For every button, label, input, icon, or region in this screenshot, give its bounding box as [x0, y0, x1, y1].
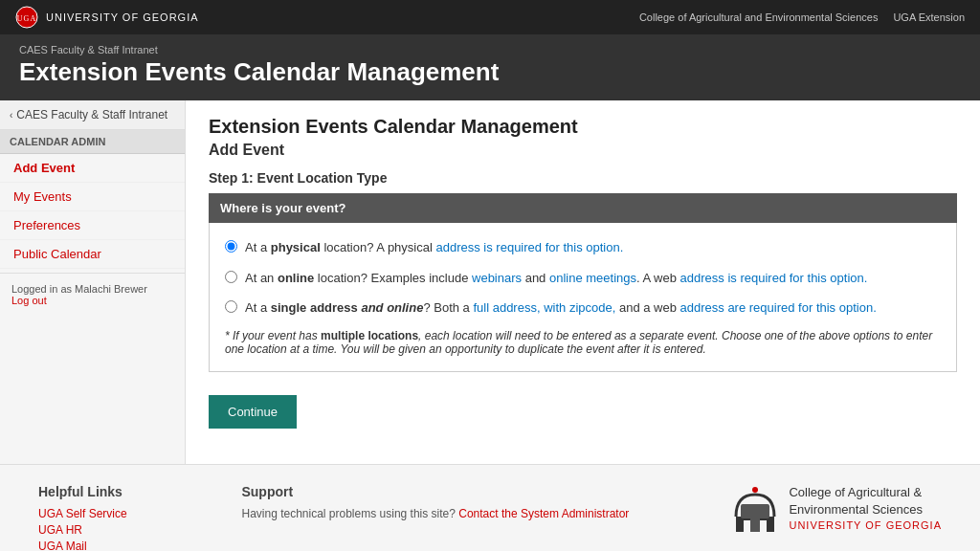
main-content: Extension Events Calendar Management Add… [186, 100, 980, 464]
chevron-left-icon: ‹ [10, 110, 12, 121]
main-layout: ‹ CAES Faculty & Staff Intranet CALENDAR… [0, 100, 980, 464]
add-event-subtitle: Add Event [209, 142, 957, 159]
option-single-row: At a single address and online? Both a f… [225, 298, 941, 318]
continue-button[interactable]: Continue [209, 395, 297, 429]
footer-logo-line3: UNIVERSITY OF GEORGIA [789, 518, 942, 533]
sidebar-user-info: Logged in as Malachi Brewer Log out [0, 273, 185, 316]
extension-link[interactable]: UGA Extension [893, 11, 965, 23]
header-banner: CAES Faculty & Staff Intranet Extension … [0, 34, 980, 100]
footer: Helpful Links UGA Self Service UGA HR UG… [0, 464, 980, 551]
college-link[interactable]: College of Agricultural and Environmenta… [639, 11, 878, 23]
footer-link-uga-mail[interactable]: UGA Mail [38, 540, 139, 551]
option-online-label[interactable]: At an online location? Examples include … [245, 269, 867, 288]
svg-text:UGA: UGA [17, 14, 36, 23]
top-nav-links: College of Agricultural and Environmenta… [639, 11, 965, 23]
step-header: Step 1: Event Location Type [209, 170, 957, 186]
sidebar-back-label: CAES Faculty & Staff Intranet [16, 108, 167, 121]
physical-link-text: address is required for this option. [435, 240, 623, 254]
university-name: University of Georgia [46, 11, 199, 23]
uga-seal-icon: UGA [15, 6, 38, 29]
svg-rect-6 [750, 518, 760, 532]
sidebar-navigation: Add Event My Events Preferences Public C… [0, 154, 185, 269]
helpful-links-title: Helpful Links [38, 484, 139, 499]
sidebar-item-add-event[interactable]: Add Event [0, 154, 185, 183]
page-title: Extension Events Calendar Management [209, 116, 957, 138]
and-online-italic: and online [361, 300, 423, 315]
sidebar-admin-section: CALENDAR ADMIN [0, 130, 185, 154]
option-physical-radio[interactable] [225, 240, 237, 253]
support-text-static: Having technical problems using this sit… [241, 507, 455, 520]
online-meetings-link: online meetings [549, 271, 636, 285]
web-address-link: address are required for this option. [680, 300, 877, 315]
sidebar-item-public-calendar[interactable]: Public Calendar [0, 240, 185, 269]
logged-in-text: Logged in as Malachi Brewer [11, 283, 173, 295]
option-physical-row: At a physical location? A physical addre… [225, 238, 941, 257]
footer-logo: College of Agricultural & Environmental … [731, 484, 942, 534]
option-physical-label[interactable]: At a physical location? A physical addre… [245, 238, 623, 257]
footer-link-uga-self-service[interactable]: UGA Self Service [38, 507, 139, 520]
intranet-label: CAES Faculty & Staff Intranet [19, 44, 961, 55]
option-online-radio[interactable] [225, 271, 237, 283]
svg-point-7 [752, 487, 758, 493]
logout-link[interactable]: Log out [11, 295, 47, 306]
footer-logo-line2: Environmental Sciences [789, 501, 942, 518]
sidebar: ‹ CAES Faculty & Staff Intranet CALENDAR… [0, 100, 186, 464]
webinars-link: webinars [472, 271, 522, 285]
admin-label-text: CALENDAR ADMIN [10, 136, 105, 147]
sidebar-item-my-events[interactable]: My Events [0, 183, 185, 211]
svg-rect-5 [741, 504, 769, 518]
support-title: Support [241, 484, 629, 499]
footer-logo-text: College of Agricultural & Environmental … [789, 484, 942, 534]
arch-icon [731, 485, 779, 533]
option-online-row: At an online location? Examples include … [225, 269, 941, 288]
sidebar-back-link[interactable]: ‹ CAES Faculty & Staff Intranet [0, 100, 185, 130]
page-title-section: Extension Events Calendar Management [209, 116, 957, 138]
site-title: Extension Events Calendar Management [19, 57, 961, 87]
option-single-radio[interactable] [225, 300, 237, 313]
multiple-locations-bold: multiple locations [321, 329, 418, 342]
university-logo: UGA University of Georgia [15, 6, 199, 29]
sidebar-item-preferences[interactable]: Preferences [0, 211, 185, 240]
footer-support: Support Having technical problems using … [241, 484, 629, 520]
where-box-header: Where is your event? [209, 193, 957, 223]
location-link: location [453, 329, 492, 342]
options-box: At a physical location? A physical addre… [209, 223, 957, 372]
top-navigation: UGA University of Georgia College of Agr… [0, 0, 980, 34]
footer-helpful-links: Helpful Links UGA Self Service UGA HR UG… [38, 484, 139, 551]
svg-rect-2 [736, 518, 744, 532]
contact-admin-link[interactable]: Contact the System Administrator [458, 507, 629, 520]
online-bold: online [278, 271, 314, 285]
option-single-label[interactable]: At a single address and online? Both a f… [245, 298, 877, 318]
svg-rect-3 [767, 518, 774, 532]
support-text: Having technical problems using this sit… [241, 507, 629, 520]
footer-logo-line1: College of Agricultural & [789, 484, 942, 501]
multiple-locations-note: * If your event has multiple locations, … [225, 329, 941, 356]
physical-bold: physical [271, 240, 321, 254]
single-bold: single address and online [271, 300, 424, 315]
online-address-link: address is required for this option. [680, 271, 868, 285]
footer-link-uga-hr[interactable]: UGA HR [38, 523, 139, 537]
full-address-link: full address, with zipcode, [473, 300, 615, 315]
